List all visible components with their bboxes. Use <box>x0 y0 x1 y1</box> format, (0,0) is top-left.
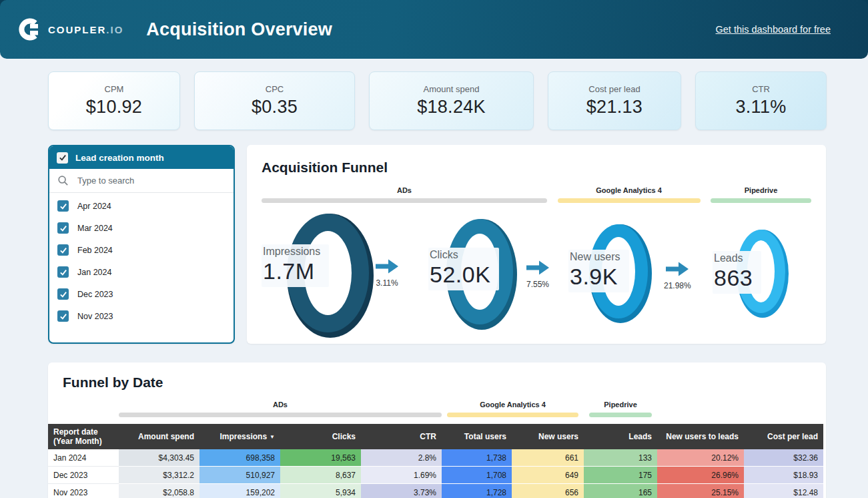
check-icon <box>59 224 67 232</box>
arrow-right-icon <box>526 260 549 275</box>
stage-new-users: New users 3.9K <box>568 250 629 292</box>
filter-option-mar-2024[interactable]: Mar 2024 <box>49 217 234 239</box>
filter-option-feb-2024[interactable]: Feb 2024 <box>49 239 234 261</box>
cell-report-date: Dec 2023 <box>48 467 119 484</box>
cell-new-users-to-leads: 20.12% <box>657 449 744 467</box>
option-label: Apr 2024 <box>77 202 111 211</box>
col-new-users-to-leads[interactable]: New users to leads <box>657 424 744 449</box>
cell-total-users: 1,708 <box>442 467 512 484</box>
source-bar <box>119 413 442 417</box>
cell-cost-per-lead: $12.48 <box>744 484 823 498</box>
get-dashboard-link[interactable]: Get this dashboard for free <box>716 24 831 35</box>
source-google-analytics: Google Analytics 4 <box>442 401 584 417</box>
checkbox[interactable] <box>57 244 69 256</box>
source-label: ADs <box>119 401 442 409</box>
source-bar <box>447 413 578 417</box>
check-icon <box>59 290 67 298</box>
transition-new-users-to-leads: 21.98% <box>664 262 691 290</box>
cell-amount-spend: $3,312.2 <box>119 467 199 484</box>
table-row-jan-2024: Jan 2024 $4,303.45 698,358 19,563 2.8% 1… <box>48 449 823 467</box>
cell-total-users: 1,728 <box>442 484 512 498</box>
funnel-title: Acquisition Funnel <box>262 160 811 176</box>
kpi-label: CPC <box>266 84 284 94</box>
col-clicks[interactable]: Clicks <box>280 424 361 449</box>
header-bar: COUPLER.IO Acquisition Overview Get this… <box>0 0 868 59</box>
filter-option-apr-2024[interactable]: Apr 2024 <box>49 195 234 217</box>
sort-desc-icon: ▼ <box>270 434 275 440</box>
stage-clicks: Clicks 52.0K <box>428 248 499 290</box>
coupler-logo-icon <box>17 17 41 41</box>
cell-new-users: 649 <box>512 467 584 484</box>
source-label: Google Analytics 4 <box>442 401 584 409</box>
cell-cost-per-lead: $18.93 <box>744 467 823 484</box>
col-total-users[interactable]: Total users <box>442 424 512 449</box>
stage-label: Clicks <box>430 249 490 261</box>
kpi-label: Cost per lead <box>588 84 640 94</box>
funnel-chart: Impressions 1.7M Clicks 52.0K New users … <box>262 206 811 348</box>
filter-option-jan-2024[interactable]: Jan 2024 <box>49 261 234 283</box>
option-label: Feb 2024 <box>77 246 113 255</box>
select-all-checkbox[interactable] <box>57 152 68 164</box>
col-impressions[interactable]: Impressions▼ <box>199 424 280 449</box>
kpi-card-cpm: CPM $10.92 <box>48 71 180 130</box>
checkbox[interactable] <box>57 288 69 300</box>
transition-clicks-to-new-users: 7.55% <box>526 260 549 289</box>
lead-creation-month-filter: Lead creation month Apr 2024 Mar 2024 Fe… <box>48 145 235 344</box>
source-bar <box>558 198 701 203</box>
source-bar <box>262 198 547 203</box>
cell-clicks: 8,637 <box>280 467 361 484</box>
funnel-by-date-table: Report date (Year Month) Amount spend Im… <box>48 424 823 498</box>
option-label: Jan 2024 <box>77 268 111 277</box>
source-label: Google Analytics 4 <box>558 186 701 194</box>
table-source-legend: ADs Google Analytics 4 Pipedrive <box>119 401 826 417</box>
table-header-row: Report date (Year Month) Amount spend Im… <box>48 424 823 449</box>
cell-total-users: 1,738 <box>442 449 512 467</box>
search-icon <box>57 175 69 186</box>
dashboard: COUPLER.IO Acquisition Overview Get this… <box>0 0 868 498</box>
search-input[interactable] <box>76 175 205 186</box>
kpi-card-ctr: CTR 3.11% <box>695 71 827 130</box>
source-ads: ADs <box>119 401 442 417</box>
stage-impressions: Impressions 1.7M <box>262 244 329 287</box>
logo-wordmark: COUPLER.IO <box>48 24 123 35</box>
kpi-value: $10.92 <box>86 97 142 117</box>
checkbox[interactable] <box>57 266 69 278</box>
col-amount-spend[interactable]: Amount spend <box>119 424 199 449</box>
filter-header[interactable]: Lead creation month <box>49 146 234 169</box>
kpi-card-cost-per-lead: Cost per lead $21.13 <box>548 71 681 130</box>
filter-option-nov-2023[interactable]: Nov 2023 <box>49 305 234 327</box>
col-leads[interactable]: Leads <box>584 424 657 449</box>
arrow-right-icon <box>666 262 689 276</box>
cell-leads: 133 <box>584 449 657 467</box>
source-label: Pipedrive <box>584 401 657 409</box>
kpi-label: Amount spend <box>424 84 480 94</box>
checkbox[interactable] <box>57 222 69 234</box>
coupler-logo: COUPLER.IO <box>17 17 123 41</box>
stage-value: 863 <box>714 265 753 291</box>
page-title: Acquisition Overview <box>146 19 332 40</box>
cell-impressions: 510,927 <box>199 467 280 484</box>
stage-value: 1.7M <box>263 258 320 284</box>
source-google-analytics: Google Analytics 4 <box>558 186 701 203</box>
col-cost-per-lead[interactable]: Cost per lead <box>744 424 823 449</box>
col-ctr[interactable]: CTR <box>361 424 442 449</box>
cell-amount-spend: $2,058.8 <box>119 484 199 498</box>
cell-ctr: 2.8% <box>361 449 442 467</box>
stage-label: Impressions <box>263 246 320 258</box>
col-new-users[interactable]: New users <box>512 424 584 449</box>
source-pipedrive: Pipedrive <box>584 401 657 417</box>
filter-title: Lead creation month <box>75 153 164 163</box>
checkbox[interactable] <box>57 310 69 322</box>
check-icon <box>59 246 67 254</box>
col-report-date[interactable]: Report date (Year Month) <box>48 424 119 449</box>
filter-option-dec-2023[interactable]: Dec 2023 <box>49 283 234 305</box>
cell-cost-per-lead: $32.36 <box>744 449 823 467</box>
source-label: Pipedrive <box>711 186 811 194</box>
source-bar <box>711 198 811 203</box>
checkbox[interactable] <box>57 200 69 212</box>
source-bar <box>589 413 652 417</box>
filter-options: Apr 2024 Mar 2024 Feb 2024 Jan 2024 Dec … <box>49 193 234 327</box>
kpi-value: 3.11% <box>735 97 786 117</box>
cell-clicks: 5,934 <box>280 484 361 498</box>
cell-impressions: 159,202 <box>199 484 280 498</box>
